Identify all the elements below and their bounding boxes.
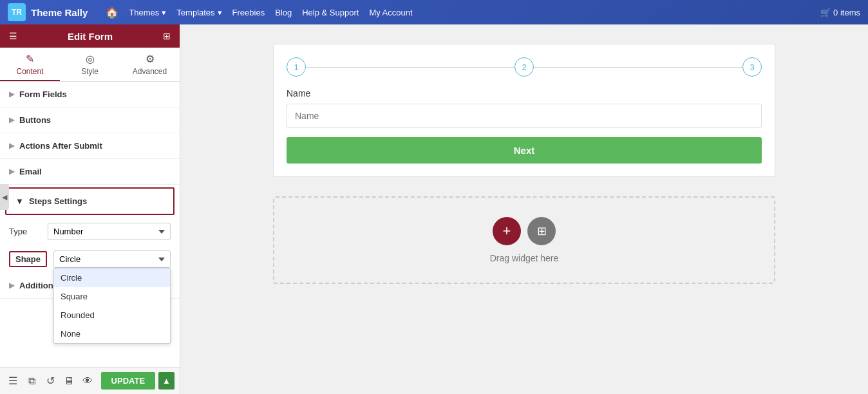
chevron-down-icon: ▾ <box>218 8 222 17</box>
nav-my-account[interactable]: My Account <box>369 8 412 17</box>
logo-area[interactable]: TR Theme Rally <box>8 3 88 21</box>
type-label: Type <box>9 227 41 236</box>
actions-after-submit-header[interactable]: ▶ Actions After Submit <box>0 133 180 158</box>
arrow-icon: ▶ <box>9 167 14 176</box>
name-input[interactable] <box>287 104 762 128</box>
buttons-header[interactable]: ▶ Buttons <box>0 108 180 133</box>
next-button[interactable]: Next <box>287 137 762 164</box>
top-navigation: TR Theme Rally 🏠 Themes ▾ Templates ▾ Fr… <box>0 0 868 24</box>
shape-control-row: Shape Circle Square Rounded None Circle … <box>0 245 180 273</box>
step-3: 3 <box>742 57 762 77</box>
tab-advanced[interactable]: ⚙ Advanced <box>120 48 180 81</box>
email-section: ▶ Email <box>0 159 180 185</box>
style-icon: ◎ <box>86 53 95 65</box>
step-line-2 <box>534 67 742 68</box>
advanced-icon: ⚙ <box>146 53 155 65</box>
nav-help-support[interactable]: Help & Support <box>302 8 359 17</box>
chevron-down-icon: ▾ <box>162 8 166 17</box>
arrow-icon: ▶ <box>9 90 14 98</box>
hamburger-toolbar-icon[interactable]: ☰ <box>5 372 21 390</box>
type-select[interactable]: Number <box>48 223 171 240</box>
step-2: 2 <box>514 57 534 77</box>
desktop-icon[interactable]: 🖥 <box>61 372 77 390</box>
arrow-icon: ▼ <box>15 196 24 206</box>
dropdown-item-rounded[interactable]: Rounded <box>54 306 170 324</box>
sidebar: ☰ Edit Form ⊞ ✎ Content ◎ Style ⚙ Advanc… <box>0 24 180 394</box>
sidebar-title: Edit Form <box>68 31 113 42</box>
arrow-icon: ▶ <box>9 281 14 290</box>
cart[interactable]: 🛒 0 items <box>820 8 860 17</box>
dropdown-item-circle[interactable]: Circle <box>54 268 170 287</box>
tab-content[interactable]: ✎ Content <box>0 48 60 81</box>
step-1: 1 <box>287 57 306 77</box>
dropdown-item-none[interactable]: None <box>54 324 170 343</box>
shape-select[interactable]: Circle Square Rounded None <box>53 250 171 268</box>
arrow-icon: ▶ <box>9 142 14 150</box>
eye-icon[interactable]: 👁 <box>80 372 96 390</box>
layers-icon[interactable]: ⧉ <box>24 372 40 390</box>
nav-templates[interactable]: Templates ▾ <box>176 8 222 17</box>
logo-icon: TR <box>8 3 26 21</box>
grid-icon[interactable]: ⊞ <box>163 31 171 41</box>
nav-freebies[interactable]: Freebies <box>232 8 265 17</box>
step-line-1 <box>306 67 514 68</box>
update-button[interactable]: UPDATE <box>101 372 155 389</box>
widget-area: + ⊞ Drag widget here <box>273 196 775 284</box>
drag-widget-label: Drag widget here <box>490 253 559 263</box>
form-fields-section: ▶ Form Fields <box>0 82 180 108</box>
form-preview: 1 2 3 Name Next <box>273 44 775 177</box>
grid-widget-button[interactable]: ⊞ <box>527 217 556 245</box>
form-field-label: Name <box>287 88 762 98</box>
update-arrow-button[interactable]: ▲ <box>158 372 175 389</box>
nav-blog[interactable]: Blog <box>275 8 292 17</box>
buttons-section: ▶ Buttons <box>0 108 180 133</box>
shape-label: Shape <box>9 251 47 267</box>
undo-icon[interactable]: ↺ <box>42 372 59 390</box>
collapse-handle[interactable]: ◀ <box>0 184 9 210</box>
steps-indicator: 1 2 3 <box>287 57 762 77</box>
form-fields-header[interactable]: ▶ Form Fields <box>0 82 180 107</box>
nav-themes[interactable]: Themes ▾ <box>129 8 166 17</box>
collapse-icon: ◀ <box>2 193 7 202</box>
type-control-row: Type Number <box>0 218 180 245</box>
widget-buttons: + ⊞ <box>493 217 556 245</box>
email-header[interactable]: ▶ Email <box>0 159 180 184</box>
add-widget-button[interactable]: + <box>493 217 521 245</box>
tab-style[interactable]: ◎ Style <box>60 48 120 81</box>
sidebar-tabs: ✎ Content ◎ Style ⚙ Advanced <box>0 48 180 82</box>
content-icon: ✎ <box>26 53 34 65</box>
main-content: 1 2 3 Name Next + ⊞ Drag widget <box>180 24 868 394</box>
shape-dropdown-menu: Circle Square Rounded None <box>53 268 171 344</box>
sidebar-header: ☰ Edit Form ⊞ <box>0 24 180 48</box>
arrow-icon: ▶ <box>9 116 14 124</box>
sidebar-menu-icon[interactable]: ☰ <box>9 31 17 41</box>
bottom-toolbar: ☰ ⧉ ↺ 🖥 👁 UPDATE ▲ <box>0 367 180 394</box>
shape-select-wrapper: Circle Square Rounded None Circle Square… <box>53 250 171 268</box>
home-icon[interactable]: 🏠 <box>106 6 118 19</box>
hamburger-icon[interactable]: ☰ <box>9 31 17 41</box>
site-name: Theme Rally <box>31 7 88 18</box>
dropdown-item-square[interactable]: Square <box>54 287 170 306</box>
steps-settings-header[interactable]: ▼ Steps Settings <box>5 187 175 215</box>
actions-after-submit-section: ▶ Actions After Submit <box>0 133 180 159</box>
